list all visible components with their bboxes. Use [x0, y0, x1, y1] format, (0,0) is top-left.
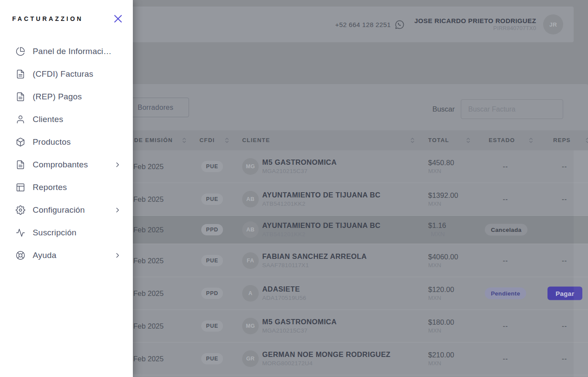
client-rfc: ATB541201KK2 — [262, 231, 381, 238]
row-total: $4060.00 MXN — [428, 252, 458, 269]
row-date: Feb 2025 — [133, 355, 164, 363]
close-icon[interactable] — [112, 13, 124, 24]
chevron-right-icon — [114, 206, 122, 214]
settings-icon — [16, 205, 25, 215]
row-date: Feb 2025 — [133, 322, 164, 330]
total-currency: MXN — [431, 230, 446, 238]
sidebar-item-label: Panel de Informaci… — [33, 47, 112, 56]
sidebar-item-reportes[interactable]: Reportes — [0, 176, 133, 199]
sidebar-item-label: Comprobantes — [33, 160, 88, 170]
user-avatar[interactable]: JR — [543, 14, 563, 34]
total-currency: MXN — [428, 200, 458, 208]
file-text-icon — [16, 92, 25, 102]
search-input[interactable] — [461, 99, 563, 119]
client-rfc: ATB541201KK2 — [262, 200, 381, 208]
total-amount: $4060.00 — [428, 252, 458, 261]
client-avatar: AB — [242, 191, 259, 207]
sidebar-item-label: (REP) Pagos — [33, 92, 82, 102]
sidebar-item-label: Productos — [33, 137, 71, 147]
cfdi-badge: PUE — [201, 194, 223, 205]
column-header-cfdi[interactable]: CFDI — [199, 130, 215, 150]
sidebar-item-label: (CFDI) Facturas — [33, 69, 93, 79]
pagar-button[interactable]: Pagar — [547, 287, 582, 300]
estado-empty: -- — [503, 355, 508, 362]
row-total: $1.16 MXN — [428, 221, 446, 238]
user-info: JOSE RICARDO PRIETO RODRIGUEZ PIRR840707… — [414, 17, 536, 32]
sidebar-item-cfdi-facturas[interactable]: (CFDI) Facturas — [0, 63, 133, 85]
app-logo: FACTURAZZION — [12, 15, 83, 22]
client-avatar: MG — [242, 158, 259, 175]
client-rfc: MGA210215C37 — [262, 167, 337, 175]
sort-icon[interactable] — [585, 137, 588, 146]
client-name: AYUNTAMIENTO DE TIJUANA BC — [262, 190, 381, 200]
pie-chart-icon — [16, 47, 25, 56]
cfdi-badge: PUE — [201, 320, 223, 332]
sidebar-item-suscripcion[interactable]: Suscripción — [0, 221, 133, 244]
total-amount: $120.00 — [428, 285, 454, 294]
sidebar-item-ayuda[interactable]: Ayuda — [0, 244, 133, 267]
client-rfc: SAAF7810117X1 — [262, 262, 367, 269]
row-estado: Cancelada — [485, 224, 526, 236]
estado-badge: Pendiente — [485, 288, 526, 299]
sidebar-item-clientes[interactable]: Clientes — [0, 108, 133, 131]
row-estado: Pendiente — [485, 288, 526, 299]
sort-icon[interactable] — [225, 137, 229, 146]
client-rfc: MGA210215C37 — [262, 327, 337, 335]
row-reps: -- — [556, 322, 573, 330]
column-header-cliente[interactable]: CLIENTE — [242, 130, 270, 150]
total-currency: MXN — [428, 167, 454, 175]
estado-empty: -- — [503, 195, 508, 203]
sidebar-item-label: Configuración — [33, 205, 85, 215]
app-window: +52 664 128 2251 JOSE RICARDO PRIETO ROD… — [0, 0, 588, 377]
client-name: M5 GASTRONOMICA — [262, 158, 337, 167]
column-header-total[interactable]: TOTAL — [428, 130, 449, 150]
cfdi-badge: PPD — [201, 288, 223, 299]
sidebar-item-rep-pagos[interactable]: (REP) Pagos — [0, 85, 133, 108]
row-estado: -- — [485, 322, 526, 330]
total-amount: $1392.00 — [428, 191, 458, 200]
sidebar-item-comprobantes[interactable]: Comprobantes — [0, 153, 133, 176]
user-name: JOSE RICARDO PRIETO RODRIGUEZ — [414, 17, 536, 25]
sidebar-item-productos[interactable]: Productos — [0, 131, 133, 153]
file-text-icon — [16, 69, 25, 79]
row-total: $450.80 MXN — [428, 158, 454, 175]
cfdi-badge: PUE — [201, 255, 223, 266]
sidebar-menu: Panel de Informaci… (CFDI) Facturas (REP… — [0, 40, 133, 267]
client-rfc: MORG8002172U4 — [262, 360, 391, 367]
row-date: Feb 2025 — [133, 163, 164, 171]
estado-badge: Cancelada — [485, 224, 527, 236]
client-name: GERMAN NOE MONGE RODRIGUEZ — [262, 350, 391, 359]
column-header-estado[interactable]: ESTADO — [489, 130, 515, 150]
row-total: $120.00 MXN — [428, 285, 454, 302]
client-avatar: A — [242, 285, 259, 302]
whatsapp-icon[interactable] — [395, 20, 405, 30]
support-phone: +52 664 128 2251 — [335, 20, 405, 30]
sort-icon[interactable] — [182, 137, 186, 146]
column-header-reps[interactable]: REPS — [553, 130, 571, 150]
row-total: $210.00 MXN — [428, 350, 454, 367]
layout-icon — [16, 183, 25, 192]
row-total: $180.00 MXN — [428, 318, 454, 335]
estado-empty: -- — [503, 257, 508, 264]
client-name: AYUNTAMIENTO DE TIJUANA BC — [262, 221, 381, 230]
client-avatar: GR — [242, 350, 259, 367]
row-estado: -- — [485, 355, 526, 363]
sort-icon[interactable] — [529, 137, 533, 146]
row-reps: -- — [556, 195, 573, 203]
chevron-right-icon — [114, 251, 122, 259]
sidebar-item-panel-de-informaci[interactable]: Panel de Informaci… — [0, 40, 133, 63]
sidebar-item-configuracion[interactable]: Configuración — [0, 199, 133, 221]
row-date: Feb 2025 — [133, 256, 164, 265]
row-reps: -- — [556, 355, 573, 363]
search-label: Buscar — [433, 105, 455, 113]
row-estado: -- — [485, 195, 526, 203]
row-total: $1392.00 MXN — [428, 191, 458, 208]
sort-icon[interactable] — [410, 137, 415, 146]
row-estado: -- — [485, 163, 526, 170]
sidebar-item-label: Suscripción — [33, 228, 76, 238]
total-currency: MXN — [428, 294, 454, 302]
sort-icon[interactable] — [466, 137, 470, 146]
total-amount: $180.00 — [428, 318, 454, 327]
column-header-de-emision[interactable]: DE EMISIÓN — [134, 130, 173, 150]
user-icon — [16, 115, 25, 124]
